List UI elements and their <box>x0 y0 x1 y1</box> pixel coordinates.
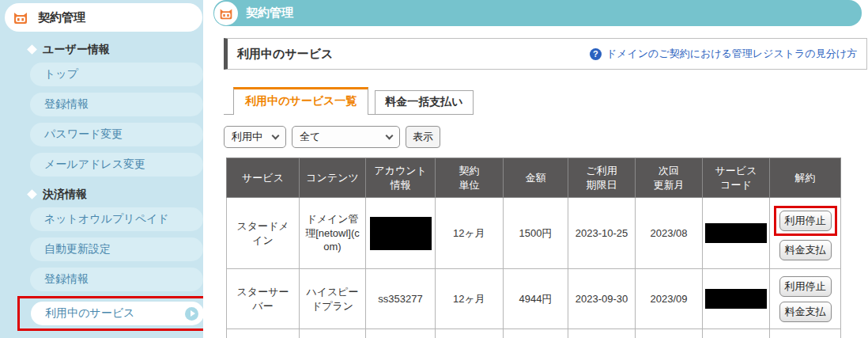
play-arrow-icon <box>185 307 198 321</box>
sidebar-item-top[interactable]: トップ <box>30 63 203 86</box>
service-type-filter-value: 全て <box>300 130 320 144</box>
col-header-service-code: サービス コード <box>703 158 770 198</box>
col-header-expiry-date: ご利用 期限日 <box>568 158 636 198</box>
cell-contract-unit: 12ヶ月 <box>436 198 504 269</box>
sidebar-item-label: 登録情報 <box>44 97 89 112</box>
service-type-filter-select[interactable]: 全て <box>292 126 400 148</box>
cell-cancel-actions: 利用停止 料金支払 <box>770 329 841 338</box>
col-header-service: サービス <box>227 158 300 198</box>
cell-next-renewal <box>636 329 703 338</box>
sidebar-item-registration-info-2[interactable]: 登録情報 <box>30 268 203 291</box>
cell-contract-unit <box>436 329 504 338</box>
sidebar-item-label: メールアドレス変更 <box>44 158 145 172</box>
cell-expiry-date <box>568 329 636 338</box>
owl-icon <box>214 2 238 25</box>
cell-account-info: ss353277 <box>366 269 436 329</box>
table-row: スターサーバー ハイスピードプラン ss353277 12ヶ月 4944円 20… <box>227 269 841 329</box>
cell-service-code <box>703 329 770 338</box>
sidebar-item-label: ネットオウルプリペイド <box>44 212 169 226</box>
services-table: サービス コンテンツ アカウント 情報 契約 単位 金額 ご利用 期限日 次回 … <box>226 158 841 338</box>
cell-service-code <box>703 198 770 269</box>
question-icon: ? <box>590 48 602 60</box>
owl-icon <box>10 7 31 28</box>
sidebar-item-label: 自動更新設定 <box>44 242 111 256</box>
sidebar: 契約管理 ユーザー情報 トップ 登録情報 パスワード変更 メールアドレス変更 決… <box>0 0 203 338</box>
sidebar-section-label: ユーザー情報 <box>43 43 110 57</box>
pay-fee-button[interactable]: 料金支払 <box>779 240 832 260</box>
col-header-next-renewal: 次回 更新月 <box>636 158 703 198</box>
diamond-icon <box>27 189 37 199</box>
section-header: 利用中のサービス ? ドメインのご契約における管理レジストラの見分け方 <box>224 38 867 70</box>
cell-next-renewal: 2023/09 <box>636 269 703 329</box>
table-row: スタードメイン ドメイン管理[ 利用停止 料金支払 <box>227 329 841 338</box>
section-title: 利用中のサービス <box>237 47 333 62</box>
col-header-content: コンテンツ <box>300 158 366 198</box>
chevron-down-icon <box>386 132 394 140</box>
sidebar-item-password-change[interactable]: パスワード変更 <box>30 123 203 146</box>
redacted-code-box <box>705 223 767 243</box>
page-title-bar: 契約管理 <box>213 0 862 26</box>
col-header-cancel: 解約 <box>770 158 841 198</box>
sidebar-item-email-change[interactable]: メールアドレス変更 <box>30 153 203 177</box>
cell-service-code <box>703 269 770 329</box>
status-filter-value: 利用中 <box>232 130 262 144</box>
cell-next-renewal: 2023/08 <box>636 198 703 269</box>
sidebar-section-label: 決済情報 <box>43 188 87 202</box>
sidebar-section-user-info: ユーザー情報 <box>28 43 203 56</box>
cell-cancel-actions: 利用停止 料金支払 <box>770 269 841 329</box>
table-header-row: サービス コンテンツ アカウント 情報 契約 単位 金額 ご利用 期限日 次回 … <box>227 158 841 198</box>
help-link[interactable]: ? ドメインのご契約における管理レジストラの見分け方 <box>590 47 857 61</box>
diamond-icon <box>27 44 37 55</box>
status-filter-select[interactable]: 利用中 <box>224 126 286 148</box>
cell-account-info <box>366 329 436 338</box>
sidebar-item-label: 登録情報 <box>44 272 89 287</box>
redacted-code-box <box>705 289 767 309</box>
sidebar-header: 契約管理 <box>5 3 202 32</box>
help-link-label: ドメインのご契約における管理レジストラの見分け方 <box>606 47 857 61</box>
cell-account-info <box>366 198 436 269</box>
page-title: 契約管理 <box>246 6 293 21</box>
cell-cancel-actions: 利用停止 料金支払 <box>770 198 841 269</box>
tab-bar: 利用中のサービス一覧 料金一括支払い <box>224 87 474 115</box>
col-header-account-info: アカウント 情報 <box>366 158 436 198</box>
redacted-account-box <box>370 217 432 250</box>
cell-amount <box>504 329 568 338</box>
show-button[interactable]: 表示 <box>406 126 440 148</box>
stop-service-button[interactable]: 利用停止 <box>779 211 832 231</box>
cell-content: ドメイン管理[ <box>300 329 366 338</box>
cell-amount: 4944円 <box>504 269 568 329</box>
filter-bar: 利用中 全て 表示 <box>224 126 868 148</box>
stop-button-red-highlight: 利用停止 <box>774 206 837 236</box>
sidebar-item-label: トップ <box>44 67 78 82</box>
col-header-amount: 金額 <box>504 158 568 198</box>
col-header-contract-unit: 契約 単位 <box>436 158 504 198</box>
sidebar-item-netowl-prepaid[interactable]: ネットオウルプリペイド <box>30 207 203 231</box>
stop-service-button[interactable]: 利用停止 <box>779 276 832 297</box>
sidebar-item-auto-renewal-settings[interactable]: 自動更新設定 <box>30 237 203 261</box>
tab-bulk-payment[interactable]: 料金一括支払い <box>375 90 473 114</box>
cell-contract-unit: 12ヶ月 <box>436 269 504 329</box>
main-content: 契約管理 利用中のサービス ? ドメインのご契約における管理レジストラの見分け方… <box>213 0 868 338</box>
table-row: スタードメイン ドメイン管理[netowl](com) 12ヶ月 1500円 2… <box>227 198 841 269</box>
cell-content: ドメイン管理[netowl](com) <box>300 198 366 269</box>
sidebar-item-label: パスワード変更 <box>44 127 123 142</box>
active-item-red-highlight: 利用中のサービス <box>17 296 203 331</box>
pay-fee-button[interactable]: 料金支払 <box>779 302 832 322</box>
cell-amount: 1500円 <box>504 198 568 269</box>
sidebar-section-payment-info: 決済情報 <box>28 188 203 201</box>
cell-service: スターサーバー <box>227 269 300 329</box>
cell-expiry-date: 2023-09-30 <box>568 269 636 329</box>
cell-content: ハイスピードプラン <box>300 269 366 329</box>
sidebar-item-registration-info[interactable]: 登録情報 <box>30 93 203 116</box>
tab-services-in-use-list[interactable]: 利用中のサービス一覧 <box>233 87 368 115</box>
sidebar-item-label: 利用中のサービス <box>45 306 134 321</box>
chevron-down-icon <box>272 132 280 140</box>
cell-service: スタードメイン <box>227 329 300 338</box>
sidebar-item-services-in-use[interactable]: 利用中のサービス <box>31 302 203 325</box>
sidebar-title: 契約管理 <box>38 10 85 25</box>
cell-expiry-date: 2023-10-25 <box>568 198 636 269</box>
cell-service: スタードメイン <box>227 198 300 269</box>
